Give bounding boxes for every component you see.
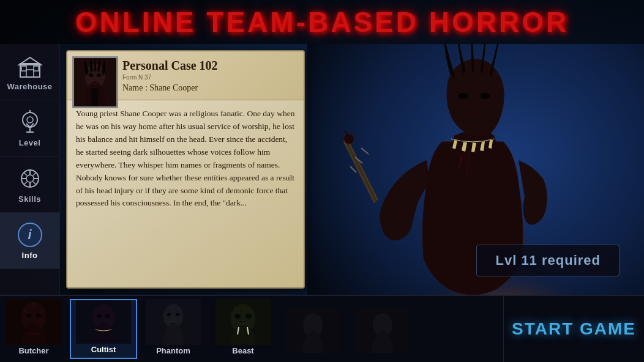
cultist-face [71, 300, 136, 344]
svg-line-41 [105, 300, 105, 305]
start-game-button[interactable]: START GAME [503, 296, 644, 362]
character-photo [74, 56, 116, 108]
char-beast[interactable]: Beast [209, 299, 277, 359]
svg-rect-2 [26, 70, 34, 77]
sidebar-label-info: Info [22, 251, 38, 260]
sidebar-label-level: Level [19, 138, 41, 147]
svg-line-16 [24, 172, 27, 175]
case-description: Young priest Shane Cooper was a religiou… [76, 108, 295, 210]
char-cultist[interactable]: Cultist [70, 299, 137, 359]
char-phantom-label: Phantom [156, 346, 190, 355]
svg-point-9 [27, 117, 33, 123]
svg-point-11 [26, 175, 34, 182]
character-select: Butcher [0, 296, 503, 362]
sidebar-item-warehouse[interactable]: Warehouse [0, 44, 59, 100]
butcher-face [0, 299, 67, 345]
phantom-portrait [146, 299, 201, 345]
char-phantom[interactable]: Phantom [140, 299, 207, 359]
sidebar-item-skills[interactable]: Skills [0, 157, 59, 213]
butcher-portrait [6, 299, 61, 345]
case-header: Personal Case 102 Form N 37 Name : Shane… [67, 51, 304, 100]
title-bar: ONLINE TEAM-BASED HORROR [0, 0, 644, 44]
empty-portrait-5 [285, 307, 340, 353]
bottom-bar: Butcher [0, 295, 644, 362]
case-body: Young priest Shane Cooper was a religiou… [67, 100, 304, 281]
svg-point-31 [97, 73, 101, 77]
char-beast-label: Beast [232, 346, 253, 355]
svg-line-19 [24, 182, 27, 185]
case-file-card: Personal Case 102 Form N 37 Name : Shane… [66, 50, 305, 289]
beast-face [209, 299, 277, 345]
svg-point-52 [245, 314, 252, 319]
svg-point-34 [26, 314, 31, 317]
start-game-label: START GAME [512, 319, 636, 339]
sidebar-label-skills: Skills [18, 194, 41, 204]
level-requirement-badge: Lvl 11 required [476, 245, 620, 276]
svg-point-44 [105, 314, 110, 318]
case-photo [72, 56, 118, 108]
main-title: ONLINE TEAM-BASED HORROR [75, 6, 569, 39]
empty-portrait-6 [355, 307, 410, 353]
sidebar: Warehouse Level [0, 44, 60, 295]
case-form-num: Form N 37 [122, 74, 294, 81]
svg-point-53 [239, 319, 247, 325]
svg-rect-3 [21, 66, 26, 71]
svg-line-42 [108, 300, 109, 305]
sidebar-item-level[interactable]: Level [0, 100, 59, 157]
info-icon: i [17, 221, 43, 248]
svg-point-43 [97, 314, 102, 318]
svg-point-54 [240, 321, 242, 323]
svg-line-18 [33, 172, 36, 175]
cultist-portrait [76, 300, 131, 344]
svg-point-51 [234, 314, 241, 319]
svg-rect-4 [34, 66, 39, 71]
svg-point-55 [244, 321, 246, 323]
svg-point-22 [459, 93, 468, 99]
warehouse-icon [17, 53, 43, 79]
case-title: Personal Case 102 [122, 59, 294, 73]
empty-face-5 [279, 305, 346, 354]
main-content: Lvl 11 required [60, 44, 644, 295]
char-cultist-label: Cultist [91, 345, 116, 354]
svg-point-35 [36, 314, 41, 317]
char-butcher[interactable]: Butcher [0, 299, 67, 359]
char-butcher-label: Butcher [18, 346, 48, 355]
svg-point-30 [89, 73, 93, 77]
char-empty-6[interactable] [349, 299, 416, 359]
beast-portrait [215, 299, 271, 345]
phantom-face [140, 299, 207, 345]
empty-face-6 [349, 305, 416, 354]
sidebar-label-warehouse: Warehouse [7, 82, 52, 91]
svg-line-17 [33, 182, 36, 185]
level-icon [17, 109, 43, 136]
case-name: Name : Shane Cooper [122, 83, 294, 93]
svg-point-5 [23, 113, 37, 127]
svg-point-23 [480, 93, 490, 99]
char-empty-5[interactable] [279, 299, 346, 359]
sidebar-item-info[interactable]: i Info [0, 213, 59, 269]
skills-icon [17, 165, 43, 192]
